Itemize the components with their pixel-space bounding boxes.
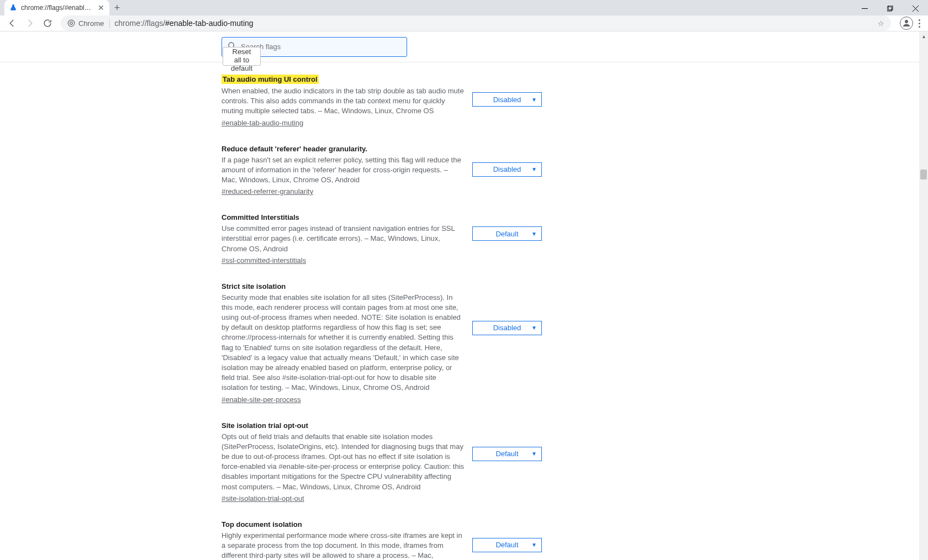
flag-title: Site isolation trial opt-out	[222, 421, 308, 430]
bookmark-star-icon[interactable]: ☆	[878, 19, 884, 28]
kebab-menu-icon[interactable]	[919, 19, 920, 28]
flag-title: Top document isolation	[222, 520, 302, 529]
flags-header: Reset all to default	[0, 31, 928, 62]
flag-state-value: Default	[495, 541, 518, 549]
flag-item: Committed InterstitialsUse committed err…	[222, 213, 542, 265]
forward-button[interactable]	[22, 15, 38, 31]
profile-avatar-icon[interactable]	[900, 17, 913, 30]
url-text: chrome://flags/#enable-tab-audio-muting	[114, 19, 873, 28]
flag-anchor-link[interactable]: #site-isolation-trial-opt-out	[222, 494, 304, 503]
svg-rect-2	[888, 6, 893, 10]
flag-title: Strict site isolation	[222, 282, 286, 290]
site-identity-chip[interactable]: Chrome	[67, 19, 110, 28]
reload-button[interactable]	[40, 15, 55, 31]
flag-state-select[interactable]: Disabled▼	[472, 321, 542, 335]
flag-state-value: Disabled	[493, 165, 521, 173]
flag-description: Security mode that enables site isolatio…	[222, 293, 465, 393]
flag-state-select[interactable]: Default▼	[472, 447, 542, 461]
chevron-down-icon: ▼	[531, 542, 537, 548]
flag-description: When enabled, the audio indicators in th…	[222, 86, 465, 117]
svg-rect-1	[887, 7, 892, 11]
new-tab-button[interactable]: +	[109, 0, 125, 15]
chevron-down-icon: ▼	[531, 166, 537, 172]
flags-scroll-area[interactable]: Tab audio muting UI controlWhen enabled,…	[0, 62, 928, 560]
flag-title: Tab audio muting UI control	[222, 75, 319, 84]
svg-point-5	[68, 20, 75, 27]
flag-title: Committed Interstitials	[222, 213, 299, 221]
flag-description: Highly experimental performance mode whe…	[222, 531, 465, 560]
chevron-down-icon: ▼	[531, 325, 537, 331]
flag-anchor-link[interactable]: #ssl-committed-interstitials	[222, 256, 306, 265]
flag-state-select[interactable]: Default▼	[472, 226, 542, 241]
flag-item: Strict site isolationSecurity mode that …	[222, 282, 542, 404]
search-input[interactable]	[241, 43, 401, 51]
scroll-up-arrow[interactable]: ▴	[919, 31, 928, 40]
chrome-icon	[67, 19, 75, 27]
flag-state-value: Default	[495, 450, 518, 458]
browser-toolbar: Chrome chrome://flags/#enable-tab-audio-…	[0, 15, 928, 31]
flag-description: If a page hasn't set an explicit referre…	[222, 155, 465, 186]
flag-item: Reduce default 'referer' header granular…	[222, 145, 542, 196]
flag-state-value: Disabled	[493, 324, 521, 332]
flag-anchor-link[interactable]: #reduced-referrer-granularity	[222, 187, 313, 196]
tab-title: chrome://flags/#enable-tab-audi	[21, 4, 94, 12]
flag-state-select[interactable]: Disabled▼	[472, 162, 542, 177]
flask-icon	[9, 3, 18, 12]
flag-state-select[interactable]: Default▼	[472, 538, 542, 552]
flag-description: Opts out of field trials and defaults th…	[222, 432, 465, 492]
maximize-button[interactable]	[877, 0, 903, 17]
flag-item: Tab audio muting UI controlWhen enabled,…	[222, 75, 542, 127]
flag-description: Use committed error pages instead of tra…	[222, 224, 465, 254]
close-window-button[interactable]	[903, 0, 928, 17]
page-content: Reset all to default Tab audio muting UI…	[0, 31, 928, 560]
flag-item: Site isolation trial opt-outOpts out of …	[222, 421, 542, 503]
chevron-down-icon: ▼	[531, 231, 537, 237]
vertical-scrollbar[interactable]: ▴ ▾	[919, 31, 928, 560]
window-controls	[852, 0, 928, 17]
toolbar-right	[897, 17, 924, 30]
scrollbar-thumb[interactable]	[920, 170, 927, 179]
flag-state-value: Disabled	[493, 96, 521, 104]
svg-point-7	[905, 20, 908, 23]
flag-item: Top document isolationHighly experimenta…	[222, 520, 542, 560]
browser-tab[interactable]: chrome://flags/#enable-tab-audi ✕	[4, 0, 109, 15]
back-button[interactable]	[4, 15, 20, 31]
flags-list: Tab audio muting UI controlWhen enabled,…	[222, 62, 542, 560]
flag-state-value: Default	[495, 230, 518, 238]
flag-title: Reduce default 'referer' header granular…	[222, 145, 367, 153]
site-chip-label: Chrome	[78, 19, 104, 28]
chevron-down-icon: ▼	[531, 451, 537, 457]
address-bar[interactable]: Chrome chrome://flags/#enable-tab-audio-…	[61, 15, 891, 31]
chevron-down-icon: ▼	[531, 97, 537, 103]
close-icon[interactable]: ✕	[97, 4, 105, 12]
svg-point-6	[70, 22, 73, 25]
minimize-button[interactable]	[852, 0, 877, 17]
flag-anchor-link[interactable]: #enable-tab-audio-muting	[222, 119, 303, 127]
tab-strip: chrome://flags/#enable-tab-audi ✕ +	[0, 0, 928, 15]
window: chrome://flags/#enable-tab-audi ✕ +	[0, 0, 928, 560]
flag-state-select[interactable]: Disabled▼	[472, 92, 542, 107]
flag-anchor-link[interactable]: #enable-site-per-process	[222, 395, 301, 404]
